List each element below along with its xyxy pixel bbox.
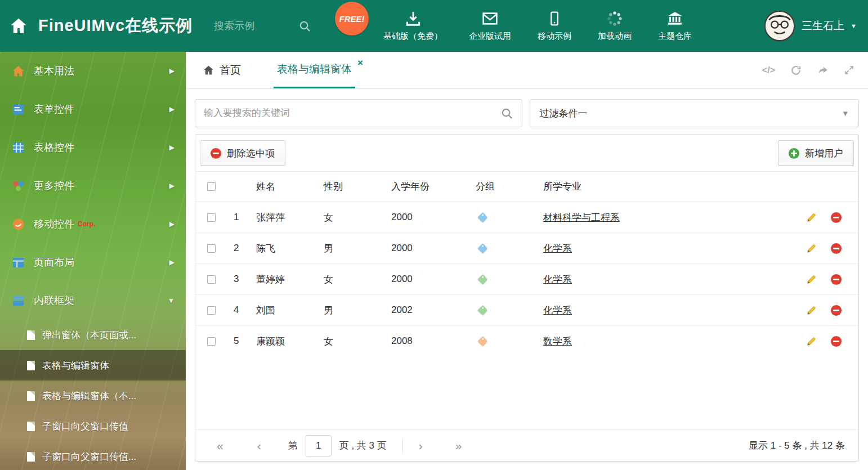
sidebar-item-label: 表单控件	[34, 102, 74, 116]
expand-icon[interactable]	[844, 65, 854, 75]
chevron-right-icon: ▶	[169, 258, 175, 266]
nav-item-mobile-demo[interactable]: 移动示例	[538, 10, 571, 42]
sidebar-subitem[interactable]: 表格与编辑窗体	[0, 350, 186, 381]
select-all-checkbox[interactable]	[207, 182, 216, 191]
prev-page-icon[interactable]: ‹	[257, 440, 261, 451]
chevron-right-icon: ▶	[169, 144, 175, 151]
edit-icon[interactable]	[806, 336, 817, 347]
column-major[interactable]: 所学专业	[543, 180, 789, 193]
close-icon[interactable]: ×	[357, 58, 363, 68]
row-index: 5	[234, 335, 256, 347]
nav-item-loading-animation[interactable]: 加载动画	[598, 10, 632, 42]
row-checkbox[interactable]	[207, 213, 216, 222]
app-title: FineUIMvc在线示例	[38, 15, 193, 37]
cell-name: 刘国	[256, 304, 324, 317]
row-checkbox[interactable]	[207, 306, 216, 315]
next-page-icon[interactable]: ›	[419, 440, 423, 451]
user-menu[interactable]: 三生石上 ▼	[764, 10, 857, 42]
sidebar-subitem[interactable]: 弹出窗体（本页面或...	[0, 320, 186, 350]
chevron-down-icon: ▼	[842, 109, 849, 118]
table-row: 3 董婷婷 女 2000 化学系	[195, 263, 858, 294]
sidebar-item-label: 更多控件	[34, 179, 74, 193]
search-icon[interactable]	[298, 20, 311, 33]
major-link[interactable]: 化学系	[543, 273, 572, 286]
nav-item-basic-edition[interactable]: 基础版（免费）	[383, 10, 442, 42]
sidebar-item-page-layout[interactable]: 页面布局 ▶	[0, 243, 186, 281]
sidebar-item-mobile-controls[interactable]: 移动控件 Corp. ▶	[0, 205, 186, 243]
delete-icon[interactable]	[831, 336, 842, 347]
keyword-search-input[interactable]	[204, 108, 500, 119]
delete-icon[interactable]	[831, 274, 842, 285]
home-icon	[11, 64, 25, 78]
major-link[interactable]: 化学系	[543, 242, 572, 255]
source-code-icon[interactable]: </>	[762, 65, 775, 75]
delete-selected-button[interactable]: 删除选中项	[200, 140, 285, 166]
major-link[interactable]: 材料科学与工程系	[543, 211, 620, 224]
refresh-icon[interactable]	[790, 65, 802, 76]
tab-bar: 首页 表格与编辑窗体 × </>	[186, 52, 868, 89]
filter-dropdown-value: 过滤条件一	[540, 107, 588, 120]
file-icon	[27, 361, 35, 370]
tag-icon	[477, 305, 487, 315]
row-index: 4	[234, 305, 256, 316]
nav-item-theme-store[interactable]: 主题仓库	[658, 10, 692, 42]
user-name: 三生石上	[802, 19, 844, 33]
sidebar-subitem[interactable]: 子窗口向父窗口传值...	[0, 441, 186, 470]
spinner-icon	[606, 10, 623, 27]
share-icon[interactable]	[817, 65, 829, 75]
sidebar-subitem-label: 弹出窗体（本页面或...	[42, 329, 136, 342]
sidebar-item-more-controls[interactable]: 更多控件 ▶	[0, 167, 186, 205]
column-group[interactable]: 分组	[476, 180, 543, 193]
major-link[interactable]: 化学系	[543, 304, 572, 317]
first-page-icon[interactable]: «	[217, 440, 223, 451]
search-icon[interactable]	[500, 107, 513, 120]
chevron-right-icon: ▶	[169, 220, 175, 228]
row-checkbox[interactable]	[207, 275, 216, 284]
row-checkbox[interactable]	[207, 244, 216, 253]
sidebar-subitem[interactable]: 表格与编辑窗体（不...	[0, 381, 186, 411]
cell-name: 董婷婷	[256, 273, 324, 286]
add-user-button[interactable]: 新增用户	[778, 140, 854, 166]
nav-item-label: 基础版（免费）	[383, 31, 442, 42]
frames-icon	[11, 294, 25, 308]
sidebar-subitem[interactable]: 子窗口向父窗口传值	[0, 411, 186, 441]
cell-gender: 女	[324, 211, 391, 224]
edit-icon[interactable]	[806, 212, 817, 223]
tab-grid-edit-window[interactable]: 表格与编辑窗体 ×	[274, 52, 355, 88]
row-checkbox[interactable]	[207, 337, 216, 346]
cell-gender: 男	[324, 242, 391, 255]
file-icon	[27, 452, 35, 462]
cell-name: 张萍萍	[256, 211, 324, 224]
nav-item-label: 移动示例	[538, 31, 571, 42]
last-page-icon[interactable]: »	[455, 440, 462, 451]
sidebar-item-form-controls[interactable]: 表单控件 ▶	[0, 90, 186, 128]
column-name[interactable]: 姓名	[256, 180, 324, 193]
tab-tools: </>	[762, 52, 854, 88]
major-link[interactable]: 数学系	[543, 335, 572, 348]
add-user-label: 新增用户	[805, 147, 843, 160]
edit-icon[interactable]	[806, 305, 817, 316]
sidebar: 基本用法 ▶ 表单控件 ▶ 表格控件 ▶ 更多控件 ▶ 移动控件 Corp. ▶…	[0, 52, 186, 470]
sidebar-item-basic-usage[interactable]: 基本用法 ▶	[0, 52, 186, 90]
edit-icon[interactable]	[806, 243, 817, 254]
nav-item-label: 企业版试用	[469, 31, 511, 42]
mail-icon	[481, 10, 499, 27]
avatar	[764, 10, 795, 42]
delete-icon[interactable]	[831, 212, 842, 223]
home-icon[interactable]	[9, 16, 28, 35]
delete-icon[interactable]	[831, 305, 842, 316]
header-search-input[interactable]	[214, 20, 298, 32]
chevron-down-icon: ▼	[168, 297, 175, 305]
column-enrollment-year[interactable]: 入学年份	[391, 180, 476, 193]
sidebar-item-iframe[interactable]: 内联框架 ▼	[0, 281, 186, 320]
edit-icon[interactable]	[806, 274, 817, 285]
filter-dropdown[interactable]: 过滤条件一 ▼	[530, 99, 860, 127]
column-gender[interactable]: 性别	[324, 180, 391, 193]
bank-icon	[666, 10, 684, 27]
page-number-input[interactable]	[306, 435, 332, 456]
delete-icon[interactable]	[831, 243, 842, 254]
nav-item-enterprise-trial[interactable]: 企业版试用	[469, 10, 511, 42]
chevron-right-icon: ▶	[169, 182, 175, 190]
sidebar-item-grid-controls[interactable]: 表格控件 ▶	[0, 128, 186, 167]
tab-home[interactable]: 首页	[203, 52, 241, 88]
